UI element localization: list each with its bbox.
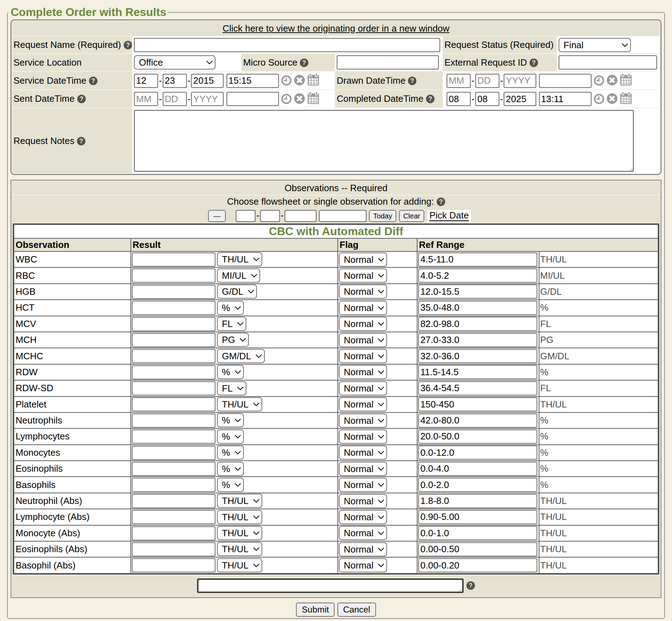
svg-text:?: ? bbox=[302, 59, 306, 66]
svg-text:?: ? bbox=[79, 95, 83, 102]
svg-text:?: ? bbox=[532, 59, 536, 66]
svg-text:?: ? bbox=[79, 138, 83, 145]
svg-text:?: ? bbox=[126, 41, 130, 49]
svg-text:?: ? bbox=[439, 198, 443, 205]
svg-text:?: ? bbox=[410, 77, 414, 84]
svg-text:?: ? bbox=[469, 582, 472, 589]
svg-text:?: ? bbox=[428, 95, 432, 102]
svg-text:?: ? bbox=[91, 77, 95, 84]
